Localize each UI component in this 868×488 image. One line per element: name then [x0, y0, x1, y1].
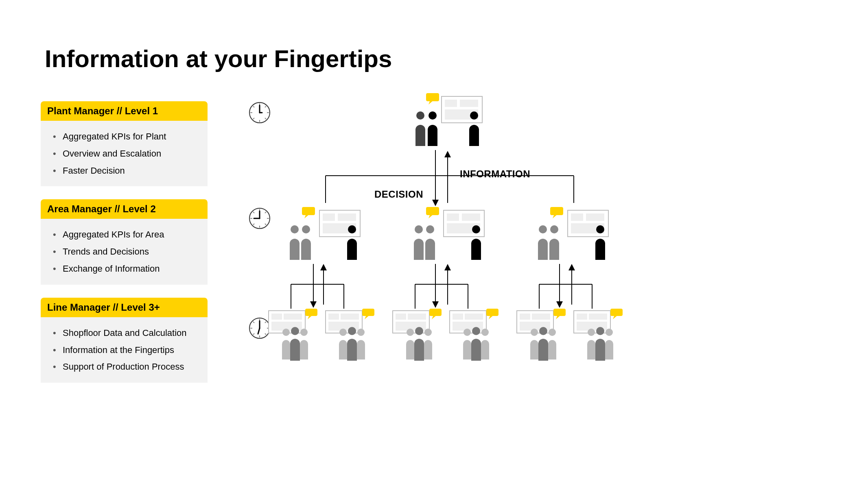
level-3-body: Shopfloor Data and Calculation Informati… — [41, 317, 208, 383]
svg-point-76 — [472, 225, 480, 233]
line-group-icon — [448, 309, 505, 362]
svg-point-82 — [539, 225, 547, 233]
svg-rect-73 — [426, 207, 439, 215]
svg-point-122 — [531, 329, 538, 336]
svg-rect-86 — [271, 314, 282, 320]
svg-rect-70 — [447, 214, 459, 221]
svg-point-58 — [416, 111, 424, 120]
content-row: Plant Manager // Level 1 Aggregated KPIs… — [41, 101, 827, 410]
svg-rect-94 — [328, 314, 339, 320]
svg-point-107 — [424, 329, 432, 336]
svg-rect-71 — [462, 214, 480, 221]
svg-rect-78 — [571, 214, 583, 221]
svg-point-106 — [407, 329, 414, 336]
svg-point-90 — [282, 329, 290, 336]
level-2-block: Area Manager // Level 2 Aggregated KPIs … — [41, 199, 208, 284]
svg-point-67 — [302, 225, 310, 233]
svg-rect-87 — [284, 314, 302, 320]
levels-column: Plant Manager // Level 1 Aggregated KPIs… — [41, 101, 208, 410]
line-group-icon — [267, 309, 324, 362]
svg-rect-111 — [465, 314, 483, 320]
svg-point-92 — [291, 327, 299, 335]
svg-rect-105 — [429, 309, 442, 316]
svg-rect-127 — [589, 314, 607, 320]
level-3-block: Line Manager // Level 3+ Shopfloor Data … — [41, 298, 208, 383]
svg-rect-79 — [586, 214, 604, 221]
svg-rect-54 — [445, 100, 457, 107]
page-title: Information at your Fingertips — [45, 45, 827, 73]
diagram-column: DECISION INFORMATION — [248, 101, 827, 410]
hierarchy-diagram: DECISION INFORMATION — [248, 101, 827, 410]
svg-rect-119 — [532, 314, 550, 320]
svg-rect-65 — [302, 207, 315, 215]
level-1-bullet: Aggregated KPIs for Plant — [53, 128, 203, 145]
svg-rect-62 — [323, 214, 335, 221]
level-3-bullet: Information at the Fingertips — [53, 342, 203, 359]
svg-point-115 — [481, 329, 489, 336]
svg-point-59 — [429, 111, 437, 120]
svg-point-60 — [470, 111, 478, 120]
svg-point-124 — [539, 327, 547, 335]
svg-rect-113 — [486, 309, 498, 316]
svg-rect-126 — [577, 314, 587, 320]
svg-rect-55 — [460, 100, 478, 107]
svg-rect-118 — [520, 314, 530, 320]
line-group-icon — [324, 309, 380, 362]
svg-rect-57 — [426, 93, 439, 101]
svg-point-83 — [550, 225, 558, 233]
area-group-icon — [409, 207, 490, 262]
area-group-icon — [533, 207, 614, 262]
svg-rect-81 — [550, 207, 563, 215]
level-3-bullet: Shopfloor Data and Calculation — [53, 325, 203, 342]
line-group-icon — [515, 309, 572, 362]
svg-point-114 — [464, 329, 471, 336]
area-group-icon — [285, 207, 366, 262]
svg-point-116 — [472, 327, 480, 335]
line-group-icon — [391, 309, 448, 362]
svg-rect-110 — [453, 314, 463, 320]
svg-rect-103 — [408, 314, 426, 320]
svg-rect-97 — [362, 309, 374, 316]
level-3-bullet: Support of Production Process — [53, 358, 203, 375]
level-1-body: Aggregated KPIs for Plant Overview and E… — [41, 121, 208, 186]
level-2-body: Aggregated KPIs for Area Trends and Deci… — [41, 219, 208, 284]
svg-point-100 — [348, 327, 356, 335]
svg-rect-129 — [610, 309, 623, 316]
svg-point-91 — [300, 329, 308, 336]
svg-rect-102 — [396, 314, 406, 320]
svg-point-68 — [348, 225, 356, 233]
plant-group-icon — [409, 93, 486, 148]
svg-point-74 — [415, 225, 423, 233]
svg-point-66 — [291, 225, 299, 233]
level-1-block: Plant Manager // Level 1 Aggregated KPIs… — [41, 101, 208, 186]
svg-point-98 — [339, 329, 347, 336]
svg-rect-89 — [305, 309, 317, 316]
line-group-icon — [572, 309, 629, 362]
svg-point-99 — [357, 329, 365, 336]
level-2-bullet: Trends and Decisions — [53, 243, 203, 260]
level-3-header: Line Manager // Level 3+ — [41, 298, 208, 317]
svg-point-84 — [596, 225, 604, 233]
svg-point-108 — [415, 327, 423, 335]
svg-point-75 — [426, 225, 434, 233]
svg-point-123 — [549, 329, 556, 336]
svg-rect-63 — [338, 214, 356, 221]
level-1-bullet: Overview and Escalation — [53, 145, 203, 162]
level-2-header: Area Manager // Level 2 — [41, 199, 208, 219]
svg-point-131 — [606, 329, 613, 336]
level-1-bullet: Faster Decision — [53, 162, 203, 179]
level-2-bullet: Aggregated KPIs for Area — [53, 226, 203, 243]
level-2-bullet: Exchange of Information — [53, 260, 203, 277]
svg-point-130 — [588, 329, 595, 336]
svg-rect-95 — [341, 314, 359, 320]
svg-point-132 — [596, 327, 604, 335]
svg-rect-121 — [553, 309, 566, 316]
level-1-header: Plant Manager // Level 1 — [41, 101, 208, 121]
